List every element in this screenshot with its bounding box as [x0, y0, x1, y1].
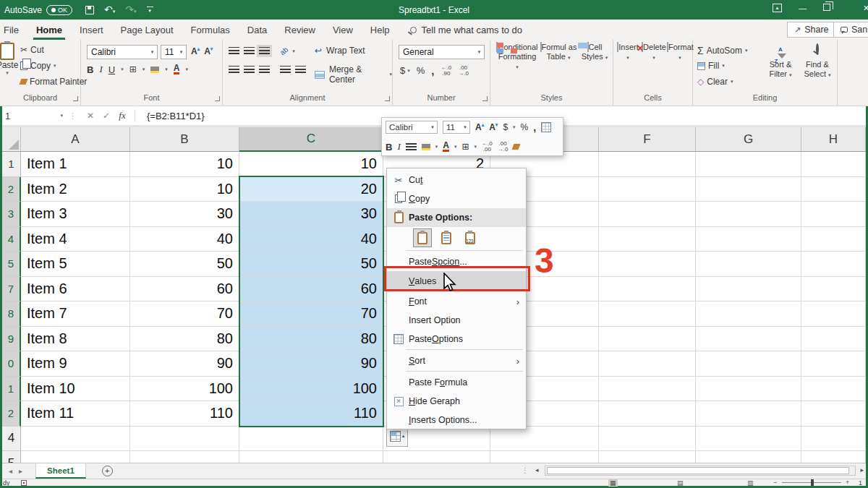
cell[interactable]: Item 10 [21, 377, 130, 402]
column-header-g[interactable]: G [696, 127, 801, 152]
menu-item-values[interactable]: Values [387, 271, 526, 291]
menu-item-paste-special[interactable]: Paste Spcion... [387, 252, 526, 271]
tab-help[interactable]: Help [362, 20, 399, 40]
comma-style-icon[interactable]: , [431, 64, 434, 77]
cell[interactable]: 100 [239, 377, 383, 402]
tell-me-search[interactable]: Tell me what cams to do [410, 20, 522, 40]
cell[interactable]: 90 [239, 351, 383, 377]
menu-item-copy[interactable]: Copy [387, 189, 526, 208]
row-header[interactable]: 5 [2, 451, 21, 463]
cell[interactable] [696, 427, 801, 452]
format-as-table-button[interactable]: Formul asTable ▾ [540, 43, 577, 62]
hscroll-left-icon[interactable]: ◂ [535, 466, 539, 474]
menu-item-inserts-options[interactable]: Inserts Options... [387, 411, 526, 429]
normal-view-icon[interactable]: ▦ [608, 479, 618, 487]
copy-button[interactable]: Copy▾ [20, 61, 56, 71]
formula-input[interactable]: {=B2:B11*D1} [147, 111, 205, 121]
cell[interactable]: Item 7 [21, 301, 130, 327]
paste-values-button[interactable] [461, 228, 480, 247]
cell[interactable]: 60 [130, 277, 239, 302]
cell[interactable] [599, 277, 696, 302]
horizontal-scrollbar[interactable] [545, 466, 856, 476]
cell[interactable] [599, 252, 696, 277]
cell[interactable] [599, 227, 696, 252]
cell[interactable]: 40 [239, 227, 383, 252]
align-center-icon[interactable] [244, 66, 255, 74]
zoom-in-icon[interactable]: + [846, 479, 849, 486]
sort-filter-button[interactable]: AZSort &Filter ▾ [762, 43, 799, 80]
increase-decimal-icon[interactable]: ←.0.90 [441, 65, 451, 77]
enter-icon[interactable]: ✓ [98, 111, 114, 121]
cell[interactable] [696, 377, 801, 402]
select-all-corner[interactable] [2, 127, 21, 152]
cell[interactable] [801, 277, 866, 302]
increase-indent-icon[interactable] [295, 66, 306, 74]
page-layout-view-icon[interactable]: ▤ [677, 479, 684, 487]
cell[interactable]: 100 [130, 377, 239, 402]
comments-button[interactable]: Sans [833, 22, 868, 38]
italic-icon[interactable]: I [99, 64, 102, 75]
tab-insert[interactable]: Insert [71, 20, 112, 40]
column-header-f[interactable]: F [599, 127, 696, 152]
cell[interactable] [599, 202, 696, 227]
column-header-h[interactable]: H [801, 127, 866, 152]
cell[interactable]: 110 [130, 401, 239, 427]
table-format-icon[interactable] [541, 122, 551, 132]
customize-qat-icon[interactable]: ▾ [147, 7, 153, 14]
zoom-slider-thumb[interactable] [811, 479, 814, 486]
cell[interactable] [21, 451, 130, 463]
number-dialog-launcher-icon[interactable] [482, 96, 488, 101]
grow-font-icon[interactable]: A▴ [475, 122, 484, 132]
find-select-button[interactable]: Find &Select ▾ [800, 43, 835, 80]
cell[interactable]: Item 4 [21, 227, 130, 252]
cell[interactable] [696, 327, 801, 352]
tab-data[interactable]: Data [239, 20, 276, 40]
grow-font-icon[interactable]: A▴ [191, 46, 200, 56]
cancel-icon[interactable]: ✕ [82, 111, 98, 121]
cell[interactable] [801, 401, 866, 427]
close-icon[interactable]: ✕ [863, 4, 868, 13]
format-painter-icon[interactable] [512, 144, 521, 150]
cell[interactable]: Item 6 [21, 277, 130, 302]
paste-formulas-button[interactable] [437, 228, 456, 247]
currency-icon[interactable]: $ [400, 65, 405, 76]
shrink-font-icon[interactable]: A▾ [489, 122, 498, 132]
autosum-button[interactable]: ΣAutoSom▾ [697, 45, 748, 56]
row-header[interactable]: 4 [2, 227, 21, 252]
cell[interactable] [801, 427, 866, 452]
cell[interactable]: 80 [130, 327, 239, 352]
menu-item-cut[interactable]: ✂Cut [387, 171, 526, 189]
font-color-icon[interactable]: A [174, 64, 180, 74]
number-format-select[interactable]: General▾ [399, 45, 485, 59]
tab-review[interactable]: Review [276, 20, 324, 40]
paste-keep-source-button[interactable] [413, 228, 432, 247]
align-right-icon[interactable] [259, 66, 270, 74]
conditional-formatting-button[interactable]: ConditionalFormatting ▾ [496, 43, 538, 72]
cell[interactable]: 10 [130, 152, 239, 177]
cell[interactable]: 40 [130, 227, 239, 252]
cell[interactable] [239, 451, 383, 463]
row-header[interactable]: 1 [2, 152, 21, 177]
cell[interactable] [130, 427, 239, 452]
sheet-tab-active[interactable]: Sheet1 [35, 463, 86, 479]
cell[interactable] [801, 451, 866, 463]
row-header[interactable]: 0 [2, 351, 21, 377]
decrease-decimal-icon[interactable]: .00→.0 [498, 141, 509, 153]
orientation-icon[interactable]: ab [278, 46, 290, 57]
hscroll-thumb[interactable] [547, 467, 849, 474]
cell[interactable] [801, 377, 866, 402]
cell[interactable] [599, 327, 696, 352]
cell[interactable] [490, 451, 599, 463]
row-header[interactable]: 2 [2, 401, 21, 427]
cell[interactable] [801, 351, 866, 377]
cell[interactable] [383, 451, 490, 463]
cell[interactable]: 10 [239, 152, 383, 177]
column-header-b[interactable]: B [130, 127, 239, 152]
menu-item-paste-options[interactable]: Paste Options [387, 330, 526, 348]
autosave-toggle[interactable]: OK [46, 5, 72, 15]
column-header-a[interactable]: A [21, 127, 130, 152]
tab-file[interactable]: File [0, 20, 27, 40]
cell[interactable]: 110 [239, 401, 383, 427]
cell[interactable] [239, 427, 383, 452]
cut-button[interactable]: ✂Cut [20, 45, 44, 55]
